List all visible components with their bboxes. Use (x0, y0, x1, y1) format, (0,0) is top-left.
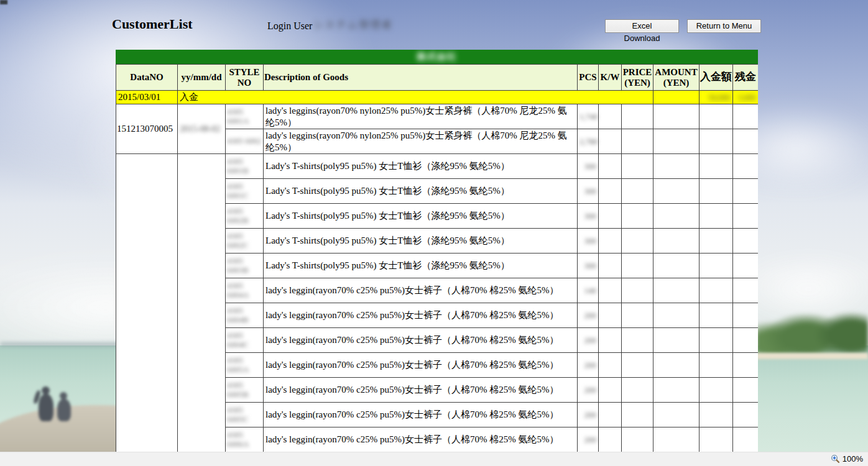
amount-cell (653, 179, 699, 204)
col-header-pcs: PCS (578, 65, 599, 91)
pcs-cell-blurred: 300 (578, 229, 599, 254)
nyukin-cell (699, 353, 733, 378)
description-cell: Lady's T-shirts(poly95 pu5%) 女士T恤衫（涤纶95%… (264, 179, 578, 204)
styleno-cell-blurred: 4305 6004A (226, 278, 264, 303)
amount-cell (653, 353, 699, 378)
col-header-styleno: STYLE NO (226, 65, 264, 91)
kw-cell (599, 229, 622, 254)
col-header-zankin: 残金 (733, 65, 759, 91)
pcs-cell-blurred: 300 (578, 254, 599, 278)
description-cell: Lady's T-shirts(poly95 pu5%) 女士T恤衫（涤纶95%… (264, 154, 578, 179)
payment-nyukin-cell-blurred: 50,000 (699, 91, 733, 104)
price-cell (622, 427, 653, 452)
description-cell: lady's leggin(rayon70% c25% pu5%)女士裤子（人棉… (264, 303, 578, 328)
styleno-cell-blurred: 4305 6002C (226, 229, 264, 254)
zankin-cell (733, 278, 759, 303)
nyukin-cell (699, 204, 733, 229)
date-cell-blurred: 2015-08-02 (178, 104, 226, 154)
kw-cell (599, 104, 622, 129)
price-cell (622, 254, 653, 278)
styleno-cell-blurred: 4305 6002B (226, 204, 264, 229)
zoom-control[interactable]: 100% (831, 454, 863, 464)
pcs-cell-blurred: 200 (578, 427, 599, 452)
styleno-cell-blurred: 4305 6001A (226, 104, 264, 129)
pcs-cell-blurred: 200 (578, 378, 599, 403)
description-cell: lady's leggin(rayon70% c25% pu5%)女士裤子（人棉… (264, 328, 578, 353)
price-cell (622, 229, 653, 254)
nyukin-cell (699, 427, 733, 452)
table-row: 4305 6001B Lady's T-shirts(poly95 pu5%) … (116, 154, 759, 179)
col-header-price: PRICE (YEN) (622, 65, 653, 91)
price-cell (622, 278, 653, 303)
styleno-cell-blurred: 4305 6004C (226, 328, 264, 353)
photo-artifact (0, 0, 7, 4)
pcs-cell-blurred: 200 (578, 353, 599, 378)
pcs-cell-blurred: 200 (578, 403, 599, 427)
nyukin-cell (699, 254, 733, 278)
customer-table: DataNO yy/mm/dd STYLE NO Description of … (116, 64, 758, 452)
pcs-cell-blurred: 140 (578, 278, 599, 303)
col-header-nyukin: 入金額 (699, 65, 733, 91)
col-header-date: yy/mm/dd (178, 65, 226, 91)
zankin-cell (733, 204, 759, 229)
description-cell: lady's leggin(rayon70% c25% pu5%)女士裤子（人棉… (264, 278, 578, 303)
zankin-cell (733, 179, 759, 204)
description-cell: lady's leggin(rayon70% c25% pu5%)女士裤子（人棉… (264, 378, 578, 403)
kw-cell (599, 328, 622, 353)
return-to-menu-button[interactable]: Return to Menu (687, 19, 761, 33)
price-cell (622, 378, 653, 403)
pcs-cell-blurred: 300 (578, 154, 599, 179)
payment-row: 2015/03/01 入金 50,000 5,000 (116, 91, 759, 104)
zankin-cell (733, 378, 759, 403)
table-header-row: DataNO yy/mm/dd STYLE NO Description of … (116, 65, 759, 91)
kw-cell (599, 129, 622, 154)
amount-cell (653, 303, 699, 328)
styleno-cell-blurred: 4305 6006A (226, 427, 264, 452)
price-cell (622, 303, 653, 328)
excel-download-button[interactable]: Excel Download (605, 19, 679, 33)
amount-cell (653, 278, 699, 303)
datano-cell-empty (116, 154, 178, 452)
pcs-cell-blurred: 300 (578, 179, 599, 204)
pcs-cell-blurred: 300 (578, 204, 599, 229)
kw-cell (599, 353, 622, 378)
zoom-level-label: 100% (843, 454, 863, 464)
nyukin-cell (699, 328, 733, 353)
date-cell-empty (178, 154, 226, 452)
nyukin-cell (699, 303, 733, 328)
amount-cell (653, 403, 699, 427)
col-header-description: Description of Goods (264, 65, 578, 91)
price-cell (622, 328, 653, 353)
styleno-cell-blurred: 4305 6005C (226, 403, 264, 427)
kw-cell (599, 204, 622, 229)
pcs-cell-blurred: 200 (578, 303, 599, 328)
description-cell: lady's leggins(rayon70% nylon25% pu5%)女士… (264, 129, 578, 154)
background-palm-trees (756, 311, 868, 355)
zoom-magnifier-icon (831, 454, 840, 464)
zankin-cell (733, 303, 759, 328)
nyukin-cell (699, 129, 733, 154)
login-user-label: Login User (267, 21, 312, 32)
amount-cell (653, 378, 699, 403)
nyukin-cell (699, 278, 733, 303)
price-cell (622, 353, 653, 378)
zankin-cell (733, 154, 759, 179)
col-header-kw: K/W (599, 65, 622, 91)
description-cell: Lady's T-shirts(poly95 pu5%) 女士T恤衫（涤纶95%… (264, 254, 578, 278)
description-cell: Lady's T-shirts(poly95 pu5%) 女士T恤衫（涤纶95%… (264, 204, 578, 229)
amount-cell (653, 154, 699, 179)
description-cell: lady's leggin(rayon70% c25% pu5%)女士裤子（人棉… (264, 403, 578, 427)
table-title-blurred: 株式会社 (116, 51, 758, 63)
kw-cell (599, 254, 622, 278)
zankin-cell (733, 328, 759, 353)
zankin-cell (733, 353, 759, 378)
amount-cell (653, 328, 699, 353)
kw-cell (599, 154, 622, 179)
zankin-cell (733, 254, 759, 278)
kw-cell (599, 179, 622, 204)
amount-cell (653, 129, 699, 154)
background-person (39, 394, 53, 421)
background-sand-strip (756, 353, 868, 359)
page-title: CustomerList (112, 16, 193, 32)
price-cell (622, 104, 653, 129)
